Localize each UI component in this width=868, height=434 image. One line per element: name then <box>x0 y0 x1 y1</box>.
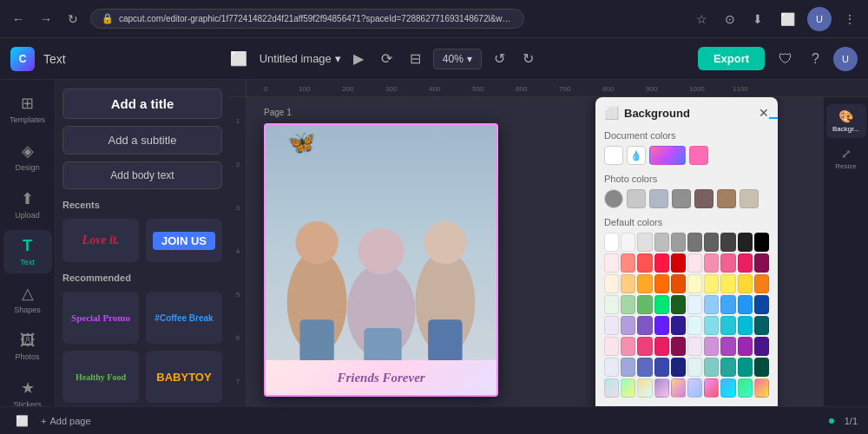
photo-color-6[interactable] <box>740 189 759 208</box>
color-pk4[interactable] <box>654 337 669 356</box>
doc-color-pink[interactable] <box>689 146 708 165</box>
photo-color-5[interactable] <box>717 189 736 208</box>
rec-item-coffee-break[interactable]: #Coffee Break <box>146 292 222 344</box>
color-e0[interactable] <box>637 233 652 252</box>
color-y1[interactable] <box>687 274 702 293</box>
color-t2[interactable] <box>704 358 719 377</box>
photo-color-2[interactable] <box>649 189 668 208</box>
play-button[interactable]: ▶ <box>348 47 369 70</box>
color-t1[interactable] <box>687 358 702 377</box>
doc-color-white[interactable] <box>604 146 623 165</box>
color-o5[interactable] <box>671 274 686 293</box>
grad-10[interactable] <box>754 378 769 398</box>
sidebar-item-design[interactable]: ◈ Design <box>3 135 52 179</box>
view-button[interactable]: ⊟ <box>404 47 426 70</box>
rec-item-healthy-food[interactable]: Healthy Food <box>62 351 139 403</box>
grad-4[interactable] <box>654 378 669 398</box>
eyedropper-button[interactable]: 💧 <box>627 146 646 165</box>
color-pu4[interactable] <box>654 316 669 335</box>
color-r1[interactable] <box>604 253 619 273</box>
grad-5[interactable] <box>671 378 686 398</box>
sidebar-item-stickers[interactable]: ★ Stickers <box>3 372 52 406</box>
color-i3[interactable] <box>637 358 652 377</box>
grad-9[interactable] <box>738 378 753 398</box>
color-p3[interactable] <box>720 253 735 273</box>
photo-color-4[interactable] <box>694 189 713 208</box>
add-page-button[interactable]: + Add page <box>41 416 91 426</box>
animate-button[interactable]: ⟳ <box>376 47 398 70</box>
color-b5[interactable] <box>754 295 769 314</box>
color-o1[interactable] <box>604 274 619 293</box>
color-i4[interactable] <box>654 358 669 377</box>
color-c4[interactable] <box>738 316 753 335</box>
undo-button[interactable]: ↺ <box>489 47 510 70</box>
add-subtitle-button[interactable]: Add a subtitle <box>62 126 222 155</box>
color-pu3[interactable] <box>637 316 652 335</box>
menu-button[interactable]: ⋮ <box>838 9 861 30</box>
color-b3[interactable] <box>720 295 735 314</box>
color-75[interactable] <box>687 233 702 252</box>
color-lp5[interactable] <box>754 337 769 356</box>
help-button[interactable]: ? <box>806 48 825 70</box>
recent-item-love-it[interactable]: Love it. <box>62 219 139 262</box>
color-o3[interactable] <box>637 274 652 293</box>
shield-icon-btn[interactable]: 🛡 <box>773 48 798 70</box>
sidebar-item-templates[interactable]: ⊞ Templates <box>3 87 52 131</box>
color-c1[interactable] <box>687 316 702 335</box>
doc-color-gradient[interactable] <box>649 146 686 165</box>
color-i1[interactable] <box>604 358 619 377</box>
bookmark-button[interactable]: ☆ <box>691 9 713 30</box>
redo-button[interactable]: ↻ <box>517 47 539 70</box>
color-y2[interactable] <box>704 274 719 293</box>
color-pu1[interactable] <box>604 316 619 335</box>
color-pk2[interactable] <box>621 337 635 356</box>
reload-button[interactable]: ↻ <box>62 9 83 30</box>
color-pu5[interactable] <box>671 316 686 335</box>
photo-thumb[interactable] <box>604 189 623 208</box>
color-i2[interactable] <box>621 358 635 377</box>
color-o4[interactable] <box>654 274 669 293</box>
color-c3[interactable] <box>720 316 735 335</box>
grad-3[interactable] <box>637 378 652 398</box>
color-r3[interactable] <box>637 253 652 273</box>
sidebar-item-photos[interactable]: 🖼 Photos <box>3 325 52 368</box>
color-lp3[interactable] <box>720 337 735 356</box>
color-p4[interactable] <box>738 253 753 273</box>
color-t3[interactable] <box>720 358 735 377</box>
grad-7[interactable] <box>704 378 719 398</box>
color-lp1[interactable] <box>687 337 702 356</box>
photo-color-1[interactable] <box>627 189 646 208</box>
color-b1[interactable] <box>687 295 702 314</box>
browser-avatar[interactable]: U <box>807 7 832 31</box>
add-title-button[interactable]: Add a title <box>62 89 222 119</box>
download-button[interactable]: ⬇ <box>747 9 768 30</box>
canvas-tool-button[interactable]: ⬜ <box>225 47 253 70</box>
color-9e[interactable] <box>671 233 686 252</box>
canvas-image[interactable]: 🦋 <box>264 123 498 397</box>
color-pk5[interactable] <box>671 337 686 356</box>
color-white[interactable] <box>604 233 619 252</box>
back-button[interactable]: ← <box>7 9 30 30</box>
right-icon-resize[interactable]: ⤢ Resize <box>826 141 866 175</box>
color-i5[interactable] <box>671 358 686 377</box>
sidebar-item-upload[interactable]: ⬆ Upload <box>3 182 52 227</box>
color-r4[interactable] <box>654 253 669 273</box>
add-body-button[interactable]: Add body text <box>62 161 222 189</box>
color-r2[interactable] <box>621 253 635 273</box>
grad-2[interactable] <box>621 378 635 398</box>
color-y4[interactable] <box>738 274 753 293</box>
grad-6[interactable] <box>687 378 702 398</box>
color-pu2[interactable] <box>621 316 635 335</box>
color-g4[interactable] <box>654 295 669 314</box>
color-p2[interactable] <box>704 253 719 273</box>
rec-item-baby-toy[interactable]: BABYTOY <box>146 351 222 403</box>
color-b2[interactable] <box>704 295 719 314</box>
close-panel-button[interactable]: ✕ <box>759 106 769 120</box>
color-p1[interactable] <box>687 253 702 273</box>
zoom-control[interactable]: 40% ▾ <box>433 49 482 69</box>
profile-button[interactable]: ⊙ <box>720 9 740 30</box>
color-pk1[interactable] <box>604 337 619 356</box>
color-f5[interactable] <box>621 233 635 252</box>
color-c5[interactable] <box>754 316 769 335</box>
sidebar-item-shapes[interactable]: △ Shapes <box>3 277 52 321</box>
